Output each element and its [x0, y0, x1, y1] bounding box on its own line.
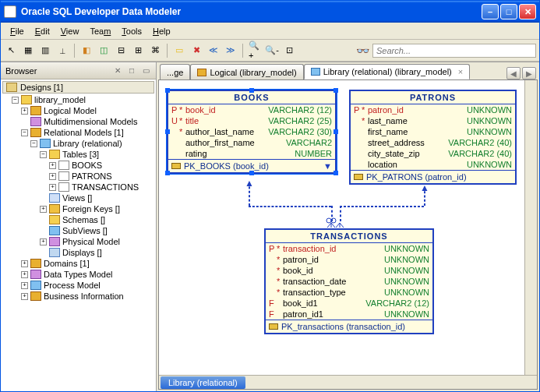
relation-tool-icon[interactable]: ⟂ [55, 44, 69, 58]
crowfoot-icon [334, 217, 346, 229]
tree-transactions[interactable]: +TRANSACTIONS [2, 182, 154, 192]
menu-team[interactable]: Team [85, 25, 115, 37]
tab-nav-left-icon[interactable]: ◀ [506, 67, 521, 79]
column-row: author_first_nameVARCHAR2 [168, 137, 335, 148]
column-row: *book_idUNKNOWN [266, 265, 432, 276]
browser-tree[interactable]: Designs [1] −library_model +Logical Mode… [1, 79, 156, 391]
table-tool-icon[interactable]: ▦ [21, 44, 35, 58]
search-icon: 👓 [356, 44, 369, 57]
entity-pk: PK_transactions (transaction_id) [266, 320, 432, 333]
tree-tables[interactable]: −Tables [3] [2, 149, 154, 160]
tree-process[interactable]: +Process Model [2, 280, 154, 291]
column-row: *transaction_typeUNKNOWN [266, 287, 432, 298]
column-row: P*book_idVARCHAR2 (12) [168, 104, 335, 115]
column-row: Fbook_id1VARCHAR2 (12) [266, 298, 432, 309]
key-icon [354, 174, 363, 180]
entity-pk: PK_PATRONS (patron_id) [351, 171, 515, 183]
tree-business[interactable]: +Business Information [2, 291, 154, 302]
horizontal-scrollbar[interactable]: Library (relational) [159, 375, 537, 389]
column-row: *patron_idUNKNOWN [266, 254, 432, 265]
pointer-tool-icon[interactable]: ↖ [4, 44, 18, 58]
arrow-icon: ▲ [245, 178, 252, 185]
tree-fkeys[interactable]: +Foreign Keys [] [2, 203, 154, 214]
menu-tools[interactable]: Tools [117, 25, 146, 37]
rewind-icon[interactable]: ≪ [206, 44, 221, 58]
tree-library-rel[interactable]: −Library (relational) [2, 138, 154, 149]
entity-books[interactable]: BOOKS P*book_idVARCHAR2 (12)U*titleVARCH… [167, 90, 337, 174]
tree-library-model[interactable]: −library_model [2, 94, 154, 105]
vertical-scrollbar[interactable] [524, 80, 537, 375]
entity-columns: P*patron_idUNKNOWN*last_nameUNKNOWNfirst… [351, 104, 515, 171]
tab-startpage[interactable]: ...ge [160, 64, 190, 79]
zoom-fit-icon[interactable]: ⊡ [282, 44, 296, 58]
tree-relational[interactable]: −Relational Models [1] [2, 127, 154, 138]
tree-displays[interactable]: Displays [] [2, 247, 154, 258]
search-input[interactable] [372, 44, 536, 58]
tree-multidim[interactable]: Multidimensional Models [2, 116, 154, 127]
maximize-button[interactable]: □ [500, 4, 517, 19]
entity-transactions[interactable]: TRANSACTIONS P*transaction_idUNKNOWN*pat… [264, 228, 434, 334]
panel-minimize-icon[interactable]: ✕ [112, 65, 123, 76]
panel-restore-icon[interactable]: □ [126, 65, 137, 76]
menu-help[interactable]: Help [148, 25, 175, 37]
tab-nav-right-icon[interactable]: ▶ [522, 67, 536, 79]
tree-domains[interactable]: +Domains [1] [2, 258, 154, 269]
app-icon [4, 5, 16, 18]
bottom-tab-library[interactable]: Library (relational) [161, 376, 245, 389]
split-tool-icon[interactable]: ◫ [97, 44, 111, 58]
column-row: P*transaction_idUNKNOWN [266, 243, 432, 254]
tree-books[interactable]: +BOOKS [2, 160, 154, 171]
tree-subviews[interactable]: SubViews [] [2, 225, 154, 236]
entity-columns: P*book_idVARCHAR2 (12)U*titleVARCHAR2 (2… [168, 104, 335, 160]
minimize-button[interactable]: – [482, 4, 499, 19]
view-tool-icon[interactable]: ▥ [38, 44, 52, 58]
zoom-in-icon[interactable]: 🔍+ [248, 44, 262, 58]
entity-patrons[interactable]: PATRONS P*patron_idUNKNOWN*last_nameUNKN… [349, 90, 517, 185]
menu-edit[interactable]: Edit [30, 25, 55, 37]
link-tool-icon[interactable]: ⊞ [131, 44, 145, 58]
chain-tool-icon[interactable]: ⌘ [148, 44, 162, 58]
arrow-icon: ▲ [420, 182, 428, 190]
designs-root[interactable]: Designs [1] [2, 81, 154, 94]
panel-close-icon[interactable]: ▭ [140, 65, 151, 76]
editor-tabs: ...ge Logical (library_model) Library (r… [157, 62, 539, 79]
tree-physical[interactable]: +Physical Model [2, 236, 154, 247]
tree-views[interactable]: Views [] [2, 192, 154, 203]
tab-logical[interactable]: Logical (library_model) [190, 64, 303, 79]
menu-file[interactable]: File [5, 25, 29, 37]
close-button[interactable]: ✕ [519, 4, 536, 19]
delete-tool-icon[interactable]: ✖ [189, 44, 203, 58]
column-row: street_addressVARCHAR2 (40) [351, 137, 515, 148]
column-row: locationUNKNOWN [351, 159, 515, 170]
entity-title: BOOKS [168, 91, 335, 104]
entity-columns: P*transaction_idUNKNOWN*patron_idUNKNOWN… [266, 243, 432, 320]
tree-logical-model[interactable]: +Logical Model [2, 105, 154, 116]
entity-title: TRANSACTIONS [266, 230, 432, 243]
column-row: *last_nameUNKNOWN [351, 115, 515, 126]
titlebar[interactable]: Oracle SQL Developer Data Modeler – □ ✕ [1, 1, 539, 23]
svg-line-2 [327, 223, 331, 228]
tab-library-relational[interactable]: Library (relational) (library_model)× [304, 64, 471, 79]
browser-panel: Browser ✕ □ ▭ Designs [1] −library_model… [1, 62, 157, 391]
column-row: Fpatron_id1UNKNOWN [266, 309, 432, 320]
column-row: *transaction_dateUNKNOWN [266, 276, 432, 287]
column-row: city_state_zipVARCHAR2 (40) [351, 148, 515, 159]
column-row: P*patron_idUNKNOWN [351, 104, 515, 115]
diagram-canvas[interactable]: BOOKS P*book_idVARCHAR2 (12)U*titleVARCH… [158, 79, 538, 390]
note-tool-icon[interactable]: ▭ [172, 44, 186, 58]
svg-line-7 [340, 223, 344, 228]
tree-datatypes[interactable]: +Data Types Model [2, 269, 154, 280]
tree-patrons[interactable]: +PATRONS [2, 171, 154, 182]
zoom-out-icon[interactable]: 🔍- [265, 44, 279, 58]
merge-tool-icon[interactable]: ⊟ [114, 44, 128, 58]
forward-icon[interactable]: ≫ [224, 44, 238, 58]
cube-tool-icon[interactable]: ◧ [79, 44, 94, 58]
toolbar: ↖ ▦ ▥ ⟂ ◧ ◫ ⊟ ⊞ ⌘ ▭ ✖ ≪ ≫ 🔍+ 🔍- ⊡ 👓 [1, 40, 539, 62]
column-row: U*titleVARCHAR2 (25) [168, 115, 335, 126]
tree-schemas[interactable]: Schemas [] [2, 214, 154, 225]
window-title: Oracle SQL Developer Data Modeler [21, 6, 477, 17]
browser-title: Browser [5, 66, 109, 76]
column-row: ratingNUMBER [168, 148, 335, 159]
menu-view[interactable]: View [56, 25, 84, 37]
close-icon[interactable]: × [458, 67, 463, 76]
